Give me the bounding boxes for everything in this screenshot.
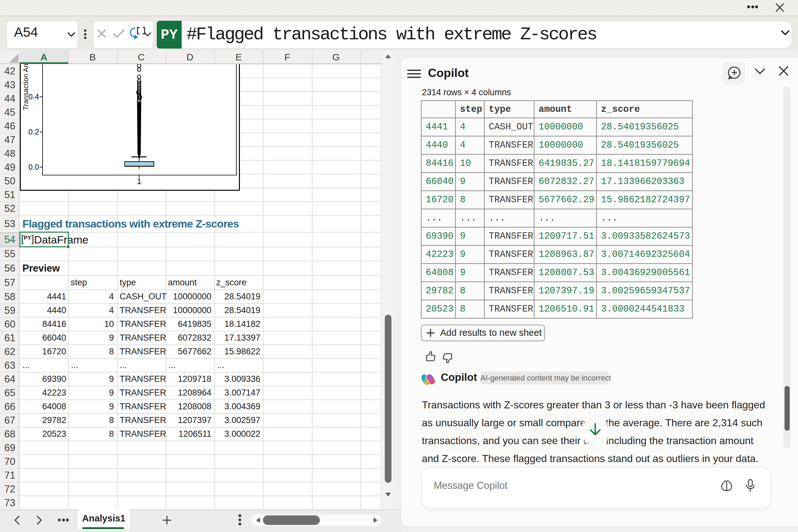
svg-text:0.0: 0.0 <box>29 163 39 171</box>
svg-text:0.2: 0.2 <box>29 128 39 136</box>
svg-text:1: 1 <box>137 176 141 186</box>
